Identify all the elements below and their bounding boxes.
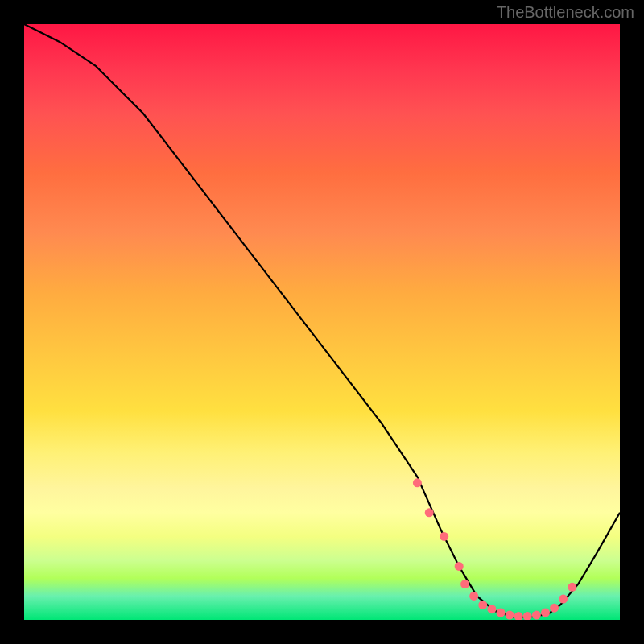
trough-point <box>440 532 448 541</box>
trough-point <box>469 592 478 601</box>
trough-point <box>497 609 506 617</box>
trough-point <box>455 562 464 571</box>
plot-area <box>24 24 620 620</box>
trough-point <box>550 604 559 613</box>
trough-point <box>514 612 523 620</box>
watermark-text: TheBottleneck.com <box>497 3 634 22</box>
trough-point <box>478 601 487 609</box>
trough-point <box>413 478 422 487</box>
trough-point <box>541 609 550 617</box>
trough-point <box>532 611 541 620</box>
trough-point <box>559 595 568 604</box>
bottleneck-curve-svg <box>24 24 620 620</box>
trough-point <box>460 580 469 588</box>
trough-point <box>425 508 434 517</box>
bottleneck-curve-line <box>24 24 620 617</box>
trough-point <box>487 605 496 613</box>
trough-point <box>506 611 514 620</box>
trough-point <box>523 612 532 620</box>
trough-point <box>568 583 576 592</box>
trough-points-group <box>413 478 576 620</box>
